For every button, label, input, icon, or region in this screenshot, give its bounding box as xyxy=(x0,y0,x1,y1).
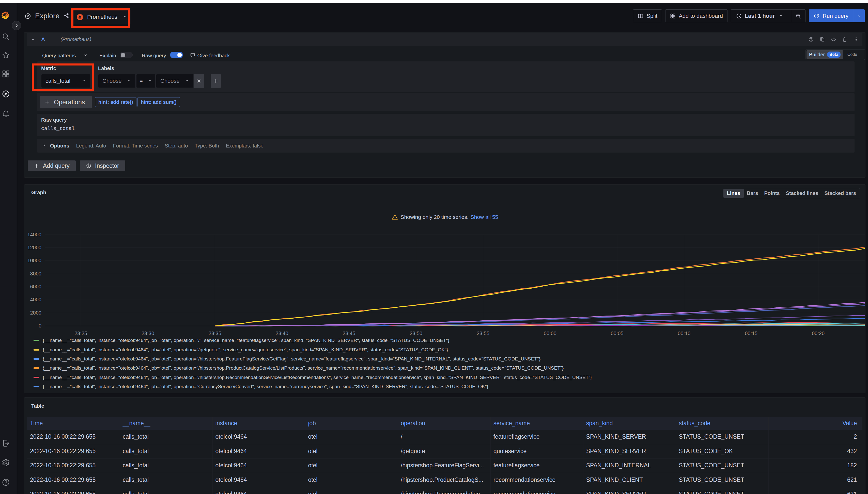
svg-text:12000: 12000 xyxy=(27,245,41,250)
svg-text:6000: 6000 xyxy=(30,284,42,289)
svg-text:23:25: 23:25 xyxy=(74,330,87,336)
svg-text:00:15: 00:15 xyxy=(745,330,758,336)
svg-text:10000: 10000 xyxy=(27,258,41,263)
svg-text:8000: 8000 xyxy=(30,271,42,277)
svg-text:23:55: 23:55 xyxy=(477,330,489,336)
svg-text:0: 0 xyxy=(39,323,41,328)
svg-text:00:10: 00:10 xyxy=(678,330,690,336)
svg-text:00:00: 00:00 xyxy=(544,330,557,336)
svg-text:00:20: 00:20 xyxy=(812,330,825,336)
svg-text:23:35: 23:35 xyxy=(209,330,221,336)
svg-text:4000: 4000 xyxy=(30,297,42,302)
svg-text:14000: 14000 xyxy=(27,232,41,238)
svg-text:2000: 2000 xyxy=(30,310,42,316)
svg-text:23:30: 23:30 xyxy=(142,330,154,336)
svg-text:23:40: 23:40 xyxy=(276,330,288,336)
svg-text:23:50: 23:50 xyxy=(410,330,422,336)
svg-text:23:45: 23:45 xyxy=(343,330,355,336)
svg-text:00:05: 00:05 xyxy=(611,330,623,336)
